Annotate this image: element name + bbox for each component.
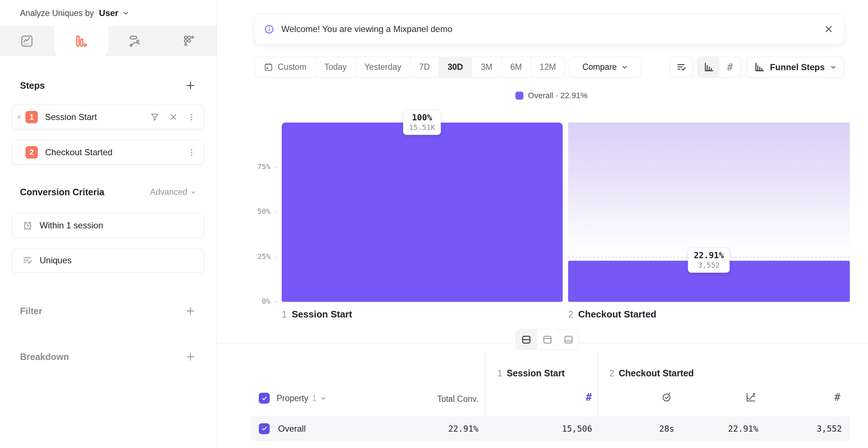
advanced-dropdown[interactable]: Advanced <box>150 187 197 197</box>
y-axis-tick: 50% <box>253 207 270 216</box>
chart-view-dropdown[interactable]: Funnel Steps <box>747 57 844 77</box>
bar-count: 3,552 <box>694 261 724 269</box>
absolute-numbers-option[interactable]: # <box>719 57 741 77</box>
date-range-12m[interactable]: 12M <box>531 57 565 77</box>
date-range-custom[interactable]: Custom <box>255 57 315 77</box>
demo-welcome-banner: Welcome! You are viewing a Mixpanel demo <box>254 14 844 44</box>
cell-total-conv: 22.91% <box>448 416 478 441</box>
breakdown-title: Breakdown <box>20 352 69 362</box>
add-breakdown-button[interactable] <box>184 351 197 363</box>
alarm-clock-icon <box>22 220 33 231</box>
uniques-list-check-icon <box>676 62 687 73</box>
x-axis-step-2: 2 Checkout Started <box>568 309 656 320</box>
counting-method-value[interactable]: Uniques <box>40 255 72 265</box>
value-format-toggle: # <box>698 57 741 77</box>
funnels-report-page: Analyze Uniques by User <box>0 0 868 448</box>
date-range-yesterday[interactable]: Yesterday <box>355 57 410 77</box>
report-type-tabs <box>0 26 216 56</box>
table-group-session-start: 1 Session Start <box>497 368 565 379</box>
analyze-header: Analyze Uniques by User <box>0 0 216 26</box>
legend-swatch <box>515 92 523 100</box>
count-metric-icon-selected[interactable]: # <box>586 391 592 403</box>
step-event-name[interactable]: Checkout Started <box>45 147 187 157</box>
property-index: 1 <box>312 393 317 403</box>
insights-icon <box>20 34 34 48</box>
drag-handle-icon[interactable] <box>17 114 23 120</box>
total-conv-header: Total Conv. <box>437 394 478 404</box>
layout-split-option[interactable] <box>516 329 537 349</box>
bar-value-tooltip: 22.91% 3,552 <box>688 248 730 273</box>
step-row-2[interactable]: 2 Checkout Started <box>12 140 204 165</box>
conversion-window-card[interactable]: Within 1 session <box>12 213 204 238</box>
steps-title: Steps <box>20 80 45 91</box>
chart-view-label: Funnel Steps <box>770 62 825 72</box>
layout-chart-only-option[interactable] <box>537 329 558 349</box>
calendar-icon <box>264 62 273 72</box>
row-checkbox[interactable] <box>259 423 270 434</box>
date-range-6m[interactable]: 6M <box>501 57 531 77</box>
advanced-label: Advanced <box>150 187 187 197</box>
avg-time-metric-icon[interactable] <box>661 391 672 403</box>
property-dropdown[interactable]: Property 1 <box>277 393 326 403</box>
funnel-bar-session-start[interactable] <box>282 123 563 302</box>
sidebar: Analyze Uniques by User <box>0 0 217 448</box>
count-metric-icon[interactable]: # <box>834 391 840 403</box>
conversion-rate-metric-icon[interactable] <box>745 391 757 403</box>
step-options-icon[interactable] <box>187 148 196 157</box>
steps-section-header: Steps <box>20 79 197 92</box>
date-range-7d[interactable]: 7D <box>410 57 438 77</box>
remove-step-icon[interactable] <box>169 112 178 122</box>
counting-toggle-button[interactable] <box>670 57 693 77</box>
panel-layout-toggle <box>515 329 579 350</box>
add-step-button[interactable] <box>184 79 197 92</box>
chevron-down-icon <box>122 9 129 17</box>
table-group-checkout-started: 2 Checkout Started <box>609 368 694 379</box>
bar-percent: 22.91% <box>694 251 724 260</box>
conversion-criteria-header: Conversion Criteria Advanced <box>20 187 197 197</box>
cell-step1-count: 15,506 <box>562 416 592 441</box>
compare-dropdown[interactable]: Compare <box>569 57 641 77</box>
info-icon <box>264 24 274 34</box>
date-range-today[interactable]: Today <box>315 57 355 77</box>
y-axis-tick: 75% <box>253 162 270 171</box>
analyze-entity-dropdown[interactable]: User <box>99 8 118 18</box>
filter-title: Filter <box>20 306 42 316</box>
close-icon[interactable] <box>824 24 833 34</box>
funnel-chart: 75% 50% 25% 0% 100% 15.51K 22.91% 3,552 <box>253 123 850 302</box>
add-filter-button[interactable] <box>184 305 197 317</box>
select-all-checkbox[interactable] <box>259 393 270 404</box>
table-row-overall[interactable]: Overall 22.91% 15,506 28s 22.91% 3,552 <box>251 416 850 441</box>
step-options-icon[interactable] <box>187 112 196 122</box>
percent-bars-option[interactable] <box>698 57 719 77</box>
layout-table-only-option[interactable] <box>558 329 579 349</box>
cell-step2-count: 3,552 <box>817 416 842 441</box>
date-range-30d-selected[interactable]: 30D <box>438 57 471 77</box>
tab-funnels[interactable] <box>54 26 108 56</box>
tab-insights[interactable] <box>0 26 54 56</box>
bar-chart-icon <box>703 62 714 73</box>
x-axis-step-1: 1 Session Start <box>282 309 352 320</box>
filter-step-icon[interactable] <box>150 112 160 122</box>
retention-icon <box>182 34 196 48</box>
step-number-badge: 1 <box>25 111 38 123</box>
conversion-window-value[interactable]: Within 1 session <box>40 220 103 231</box>
bar-percent: 100% <box>409 113 435 122</box>
property-label: Property <box>277 393 308 403</box>
funnel-dropoff-gradient <box>568 123 850 257</box>
analyze-label: Analyze Uniques by <box>20 8 94 18</box>
counting-method-card[interactable]: Uniques <box>12 248 204 273</box>
funnels-icon <box>74 34 88 48</box>
cell-step2-conv: 22.91% <box>728 416 758 441</box>
filter-section-header: Filter <box>20 305 197 317</box>
step-row-1[interactable]: 1 Session Start <box>12 105 204 129</box>
step-event-name[interactable]: Session Start <box>45 112 150 122</box>
legend-label: Overall · 22.91% <box>528 91 588 100</box>
conversion-criteria-title: Conversion Criteria <box>20 187 104 197</box>
bar-value-tooltip: 100% 15.51K <box>403 110 441 135</box>
tab-flows[interactable] <box>108 26 162 56</box>
tab-retention[interactable] <box>162 26 216 56</box>
chart-legend: Overall · 22.91% <box>253 91 850 100</box>
cell-step2-avg-time: 28s <box>659 416 674 441</box>
date-range-3m[interactable]: 3M <box>472 57 501 77</box>
step-number-badge: 2 <box>25 146 38 159</box>
